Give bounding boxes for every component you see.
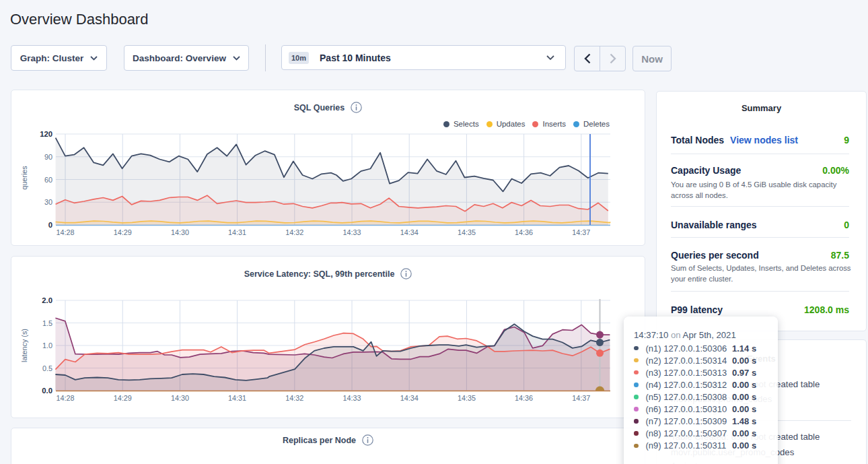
svg-text:14:29: 14:29 — [114, 228, 132, 236]
svg-text:30: 30 — [44, 198, 52, 206]
svg-text:14:28: 14:28 — [56, 228, 74, 236]
svg-text:14:34: 14:34 — [400, 394, 419, 402]
svg-text:14:31: 14:31 — [228, 228, 246, 236]
svg-text:14:33: 14:33 — [342, 394, 361, 402]
svg-text:14:34: 14:34 — [400, 228, 419, 236]
svg-text:0.5: 0.5 — [42, 364, 52, 372]
svg-text:2.0: 2.0 — [42, 296, 52, 304]
svg-text:14:36: 14:36 — [515, 394, 533, 402]
svg-text:14:30: 14:30 — [171, 228, 189, 236]
svg-text:14:30: 14:30 — [171, 394, 189, 402]
svg-text:latency (s): latency (s) — [20, 329, 28, 362]
svg-text:14:29: 14:29 — [114, 394, 132, 402]
svg-text:60: 60 — [44, 176, 52, 184]
svg-text:0.0: 0.0 — [42, 387, 52, 395]
svg-text:14:32: 14:32 — [285, 394, 303, 402]
svg-text:14:33: 14:33 — [342, 228, 361, 236]
svg-text:0: 0 — [48, 221, 52, 229]
svg-text:14:31: 14:31 — [228, 394, 246, 402]
svg-text:queries: queries — [20, 166, 28, 190]
svg-text:14:28: 14:28 — [56, 394, 74, 402]
svg-text:14:35: 14:35 — [458, 394, 476, 402]
svg-text:14:37: 14:37 — [572, 228, 590, 236]
svg-text:14:32: 14:32 — [285, 228, 303, 236]
svg-text:14:35: 14:35 — [458, 228, 476, 236]
svg-text:1.5: 1.5 — [42, 319, 52, 327]
svg-text:90: 90 — [44, 153, 52, 161]
svg-text:14:36: 14:36 — [515, 228, 533, 236]
svg-text:120: 120 — [40, 130, 52, 138]
svg-text:14:37: 14:37 — [572, 394, 590, 402]
svg-text:1.0: 1.0 — [42, 341, 52, 350]
